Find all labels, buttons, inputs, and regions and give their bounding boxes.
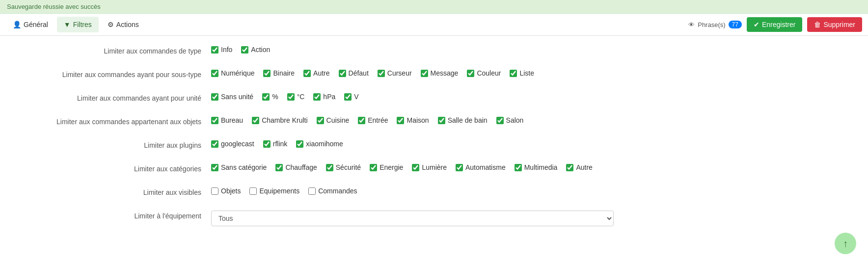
checkbox-item[interactable]: Chambre Krulti [252, 116, 307, 124]
checkbox-objets[interactable] [211, 187, 218, 195]
checkbox-hpa[interactable] [313, 93, 321, 101]
checkbox-item[interactable]: Chauffage [275, 163, 317, 171]
checkbox-item[interactable]: Action [241, 46, 270, 53]
checkbox-item[interactable]: Entrée [358, 116, 388, 124]
filter-label-equipment: Limiter à l'équipement [15, 211, 211, 220]
checkbox-maison[interactable] [397, 117, 404, 124]
checkbox-lumière[interactable] [412, 164, 419, 171]
tab-actions[interactable]: ⚙ Actions [101, 17, 146, 32]
checkbox-item[interactable]: °C [287, 93, 305, 101]
filter-options-objects: BureauChambre KrultiCuisineEntréeMaisonS… [211, 116, 523, 124]
filter-options-visible: ObjetsEquipementsCommandes [211, 187, 357, 195]
checkbox-curseur[interactable] [378, 70, 385, 77]
eye-icon: 👁 [688, 21, 695, 28]
checkbox-entrée[interactable] [358, 117, 365, 124]
checkbox-item[interactable]: rflink [263, 140, 288, 148]
checkbox-bureau[interactable] [211, 117, 218, 124]
checkbox-item[interactable]: Curseur [378, 69, 412, 77]
checkbox-item[interactable]: Sans catégorie [211, 163, 267, 171]
checkbox-sans-unité[interactable] [211, 93, 218, 101]
filter-label-subtype: Limiter aux commandes ayant pour sous-ty… [15, 69, 211, 79]
checkbox-commandes[interactable] [308, 187, 316, 195]
checkbox-défaut[interactable] [339, 70, 346, 77]
checkbox-item[interactable]: hPa [313, 93, 335, 101]
checkbox-automatisme[interactable] [456, 164, 463, 171]
checkbox-numérique[interactable] [211, 70, 218, 77]
checkbox-item[interactable]: Commandes [308, 187, 357, 195]
checkbox-item[interactable]: Sans unité [211, 93, 253, 101]
checkbox-°c[interactable] [287, 93, 295, 101]
checkbox-item[interactable]: V [344, 93, 358, 101]
checkbox-rflink[interactable] [263, 140, 271, 148]
checkbox-item[interactable]: Numérique [211, 69, 254, 77]
checkbox-item[interactable]: Salon [496, 116, 524, 124]
checkbox-item[interactable]: Binaire [263, 69, 295, 77]
checkbox-item[interactable]: Autre [303, 69, 329, 77]
filter-label-type: Limiter aux commandes de type [15, 46, 211, 55]
checkbox-item[interactable]: Cuisine [317, 116, 350, 124]
checkbox-v[interactable] [344, 93, 352, 101]
fab-icon: ↑ [843, 238, 848, 245]
equipment-select[interactable]: Tous [211, 211, 614, 226]
nav-bar: 👤 Général ▼ Filtres ⚙ Actions 👁 Phrase(s… [0, 14, 868, 36]
filter-label-categories: Limiter aux catégories [15, 163, 211, 173]
checkbox-%[interactable] [262, 93, 270, 101]
checkbox-item[interactable]: Autre [566, 163, 592, 171]
checkbox-item[interactable]: Multimedia [515, 163, 558, 171]
filter-row-plugins: Limiter aux pluginsgooglecastrflinkxiaom… [15, 140, 853, 155]
trash-icon: 🗑 [814, 21, 821, 28]
checkbox-autre[interactable] [566, 164, 573, 171]
checkbox-xiaomihome[interactable] [296, 140, 303, 148]
filter-row-categories: Limiter aux catégoriesSans catégorieChau… [15, 163, 853, 178]
tab-filtres[interactable]: ▼ Filtres [57, 17, 99, 32]
checkbox-item[interactable]: Maison [397, 116, 429, 124]
checkbox-item[interactable]: Info [211, 46, 232, 53]
filter-label-plugins: Limiter aux plugins [15, 140, 211, 149]
checkbox-multimedia[interactable] [515, 164, 522, 171]
checkbox-binaire[interactable] [263, 70, 271, 77]
checkbox-sécurité[interactable] [326, 164, 333, 171]
checkbox-salle-de-bain[interactable] [438, 117, 445, 124]
checkbox-item[interactable]: Liste [510, 69, 534, 77]
success-bar: Sauvegarde réussie avec succès [0, 0, 868, 14]
checkbox-googlecast[interactable] [211, 140, 218, 148]
general-icon: 👤 [13, 21, 21, 28]
checkbox-item[interactable]: Energie [370, 163, 403, 171]
save-button[interactable]: ✔ Enregistrer [747, 17, 802, 32]
filter-label-unit: Limiter aux commandes ayant pour unité [15, 93, 211, 102]
checkbox-salon[interactable] [496, 117, 504, 124]
filter-row-objects: Limiter aux commandes appartenant aux ob… [15, 116, 853, 131]
filter-row-equipment: Limiter à l'équipementTous [15, 211, 853, 226]
checkbox-item[interactable]: Equipements [249, 187, 299, 195]
checkbox-equipements[interactable] [249, 187, 257, 195]
checkbox-item[interactable]: Message [421, 69, 459, 77]
checkbox-item[interactable]: Sécurité [326, 163, 361, 171]
filter-options-categories: Sans catégorieChauffageSécuritéEnergieLu… [211, 163, 593, 171]
checkbox-chambre-krulti[interactable] [252, 117, 259, 124]
checkbox-message[interactable] [421, 70, 428, 77]
tab-general[interactable]: 👤 Général [6, 17, 55, 32]
checkbox-item[interactable]: % [262, 93, 278, 101]
checkbox-cuisine[interactable] [317, 117, 324, 124]
checkbox-item[interactable]: Objets [211, 187, 241, 195]
checkbox-sans-catégorie[interactable] [211, 164, 218, 171]
filter-label-objects: Limiter aux commandes appartenant aux ob… [15, 116, 211, 126]
checkbox-liste[interactable] [510, 70, 517, 77]
checkbox-item[interactable]: Salle de bain [438, 116, 488, 124]
delete-button[interactable]: 🗑 Supprimer [807, 17, 862, 32]
checkbox-energie[interactable] [370, 164, 377, 171]
checkbox-couleur[interactable] [467, 70, 474, 77]
checkbox-item[interactable]: Automatisme [456, 163, 506, 171]
phrases-badge: 👁 Phrase(s) 77 [688, 21, 742, 28]
checkbox-item[interactable]: googlecast [211, 140, 254, 148]
checkbox-item[interactable]: Lumière [412, 163, 447, 171]
checkbox-item[interactable]: xiaomihome [296, 140, 343, 148]
checkbox-chauffage[interactable] [275, 164, 283, 171]
checkbox-action[interactable] [241, 46, 248, 53]
check-icon: ✔ [754, 21, 760, 28]
checkbox-item[interactable]: Couleur [467, 69, 501, 77]
checkbox-autre[interactable] [303, 70, 311, 77]
checkbox-item[interactable]: Bureau [211, 116, 243, 124]
checkbox-item[interactable]: Défaut [339, 69, 369, 77]
checkbox-info[interactable] [211, 46, 218, 53]
